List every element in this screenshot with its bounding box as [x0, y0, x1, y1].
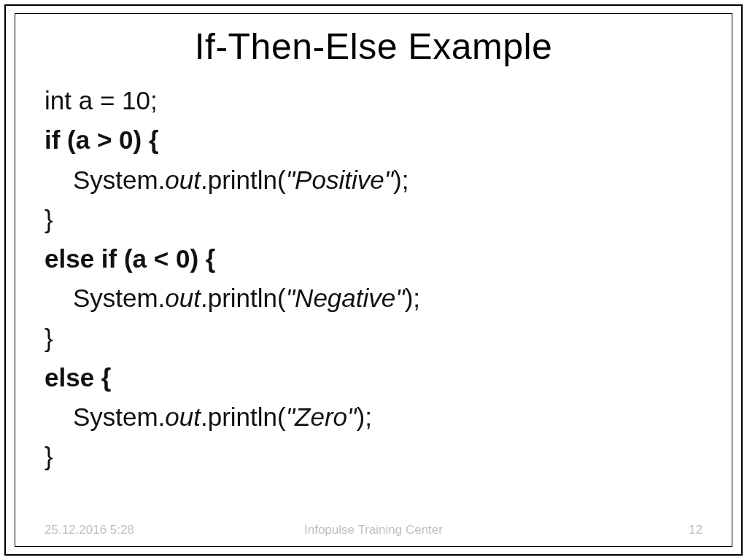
code-line: if (a > 0) {: [44, 120, 732, 160]
code-text: );: [357, 402, 372, 431]
slide-title: If-Then-Else Example: [15, 26, 732, 68]
code-text: "Negative": [286, 284, 405, 312]
code-block: int a = 10; if (a > 0) { System.out.prin…: [44, 81, 732, 477]
footer-center: Infopulse Training Center: [44, 523, 703, 537]
slide-frame: If-Then-Else Example int a = 10; if (a >…: [15, 13, 732, 547]
code-line: int a = 10;: [44, 81, 732, 120]
code-text: .println(: [201, 284, 286, 312]
code-text: );: [393, 166, 409, 194]
code-line: else if (a < 0) {: [44, 239, 732, 279]
code-text: );: [405, 284, 420, 312]
footer-page-number: 12: [689, 523, 703, 537]
code-text: "Positive": [286, 166, 393, 194]
code-text: System.: [44, 284, 165, 312]
code-text: out: [165, 284, 201, 312]
code-text: "Zero": [286, 402, 357, 431]
code-line: }: [44, 319, 732, 358]
code-text: .println(: [201, 166, 286, 194]
code-text: out: [165, 402, 201, 431]
code-line: System.out.println("Positive");: [44, 160, 732, 200]
code-line: else {: [44, 358, 732, 397]
code-line: System.out.println("Zero");: [44, 397, 732, 437]
code-line: }: [44, 200, 732, 239]
code-text: .println(: [201, 402, 286, 431]
footer-date: 25.12.2016 5:28: [44, 523, 134, 537]
code-line: }: [44, 437, 732, 476]
code-text: out: [165, 166, 201, 194]
code-text: System.: [44, 402, 165, 431]
code-text: System.: [44, 166, 165, 194]
slide-footer: 25.12.2016 5:28 Infopulse Training Cente…: [44, 523, 703, 537]
code-line: System.out.println("Negative");: [44, 279, 732, 318]
